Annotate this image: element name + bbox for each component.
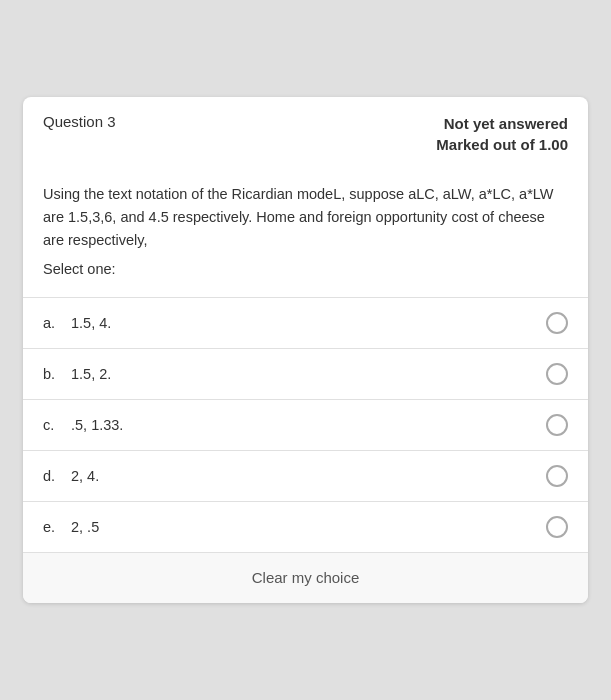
- option-item-e[interactable]: e.2, .5: [23, 502, 588, 553]
- question-label: Question 3: [43, 113, 116, 130]
- radio-circle-1[interactable]: [546, 363, 568, 385]
- option-item-c[interactable]: c..5, 1.33.: [23, 400, 588, 451]
- clear-choice-button[interactable]: Clear my choice: [252, 569, 360, 586]
- option-text-4: 2, .5: [71, 519, 99, 535]
- option-letter-4: e.: [43, 519, 61, 535]
- option-letter-3: d.: [43, 468, 61, 484]
- question-card: Question 3 Not yet answered Marked out o…: [23, 97, 588, 604]
- card-header: Question 3 Not yet answered Marked out o…: [23, 97, 588, 169]
- option-text-3: 2, 4.: [71, 468, 99, 484]
- option-item-b[interactable]: b.1.5, 2.: [23, 349, 588, 400]
- option-text-2: .5, 1.33.: [71, 417, 123, 433]
- status-line1: Not yet answered Marked out of 1.00: [436, 113, 568, 155]
- option-left-2: c..5, 1.33.: [43, 417, 123, 433]
- radio-circle-3[interactable]: [546, 465, 568, 487]
- option-left-1: b.1.5, 2.: [43, 366, 111, 382]
- options-list: a.1.5, 4.b.1.5, 2.c..5, 1.33.d.2, 4.e.2,…: [23, 298, 588, 553]
- option-left-0: a.1.5, 4.: [43, 315, 111, 331]
- status-block: Not yet answered Marked out of 1.00: [436, 113, 568, 155]
- option-letter-1: b.: [43, 366, 61, 382]
- radio-circle-2[interactable]: [546, 414, 568, 436]
- option-letter-2: c.: [43, 417, 61, 433]
- option-item-a[interactable]: a.1.5, 4.: [23, 298, 588, 349]
- option-item-d[interactable]: d.2, 4.: [23, 451, 588, 502]
- question-text: Using the text notation of the Ricardian…: [43, 186, 553, 248]
- option-text-1: 1.5, 2.: [71, 366, 111, 382]
- radio-circle-4[interactable]: [546, 516, 568, 538]
- radio-circle-0[interactable]: [546, 312, 568, 334]
- card-footer: Clear my choice: [23, 553, 588, 603]
- option-text-0: 1.5, 4.: [71, 315, 111, 331]
- option-left-4: e.2, .5: [43, 519, 99, 535]
- select-prompt: Select one:: [43, 258, 568, 281]
- question-body: Using the text notation of the Ricardian…: [23, 169, 588, 299]
- option-left-3: d.2, 4.: [43, 468, 99, 484]
- option-letter-0: a.: [43, 315, 61, 331]
